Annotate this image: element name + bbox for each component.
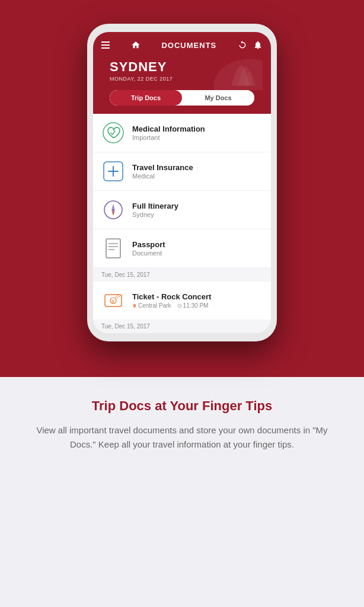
nav-bar: DOCUMENTS bbox=[101, 38, 263, 55]
marketing-section: Trip Docs at Your Finger Tips View all i… bbox=[0, 377, 364, 607]
menu-icon[interactable] bbox=[101, 41, 110, 49]
passport-icon-wrap bbox=[101, 237, 125, 260]
doc-subtitle-medical: Important bbox=[132, 134, 205, 141]
doc-title-insurance: Travel Insurance bbox=[132, 163, 193, 172]
page-title: DOCUMENTS bbox=[161, 41, 216, 50]
ticket-icon: $ bbox=[103, 290, 124, 311]
doc-subtitle-itinerary: Sydney bbox=[132, 211, 178, 218]
home-icon[interactable] bbox=[131, 40, 141, 50]
itinerary-icon-wrap bbox=[101, 198, 125, 222]
medkit-icon bbox=[103, 161, 124, 182]
svg-text:$: $ bbox=[111, 299, 114, 304]
marketing-title: Trip Docs at Your Finger Tips bbox=[24, 398, 340, 414]
tab-my-docs[interactable]: My Docs bbox=[182, 90, 254, 106]
medical-info-icon-wrap bbox=[101, 121, 125, 145]
doc-title-itinerary: Full Itinerary bbox=[132, 202, 178, 210]
ticket-title: Ticket - Rock Concert bbox=[132, 292, 211, 301]
hero-banner: SYDNEY MONDAY, 22 DEC 2017 bbox=[101, 55, 263, 90]
insurance-icon-wrap bbox=[101, 159, 125, 183]
nav-left-icons bbox=[131, 40, 141, 50]
doc-info-itinerary: Full Itinerary Sydney bbox=[132, 202, 178, 218]
ticket-location: Central Park bbox=[132, 302, 171, 309]
doc-info-medical: Medical Information Important bbox=[132, 124, 205, 141]
doc-title-medical: Medical Information bbox=[132, 124, 205, 133]
doc-item-passport[interactable]: Passport Document bbox=[93, 229, 271, 268]
city-name: SYDNEY bbox=[110, 59, 254, 75]
ticket-time: 11:30 PM bbox=[177, 302, 209, 309]
tab-trip-docs[interactable]: Trip Docs bbox=[110, 90, 182, 106]
ticket-info: Ticket - Rock Concert Central Park 11:30… bbox=[132, 292, 211, 309]
document-list: Medical Information Important Tra bbox=[93, 114, 271, 333]
doc-info-passport: Passport Document bbox=[132, 240, 165, 257]
svg-point-6 bbox=[112, 209, 114, 211]
section-date-1: Tue, Dec 15, 2017 bbox=[93, 268, 271, 282]
document-icon bbox=[103, 238, 124, 259]
doc-item-medical-info[interactable]: Medical Information Important bbox=[93, 114, 271, 152]
section-date-2: Tue, Dec 15, 2017 bbox=[93, 320, 271, 333]
doc-info-insurance: Travel Insurance Medical bbox=[132, 163, 193, 180]
marketing-description: View all important travel documents and … bbox=[24, 423, 340, 452]
tab-switcher: Trip Docs My Docs bbox=[101, 90, 263, 114]
doc-item-insurance[interactable]: Travel Insurance Medical bbox=[93, 152, 271, 191]
phone-shell: DOCUMENTS bbox=[87, 24, 277, 341]
phone-screen: DOCUMENTS bbox=[93, 32, 271, 333]
svg-rect-9 bbox=[106, 239, 120, 258]
app-header: DOCUMENTS bbox=[93, 32, 271, 114]
doc-item-ticket[interactable]: $ Ticket - Rock Concert Central Park bbox=[93, 282, 271, 320]
refresh-icon[interactable] bbox=[238, 40, 247, 50]
ticket-icon-wrap: $ bbox=[101, 289, 125, 312]
tab-row: Trip Docs My Docs bbox=[110, 90, 254, 106]
trip-date: MONDAY, 22 DEC 2017 bbox=[110, 76, 254, 82]
notification-icon[interactable] bbox=[253, 40, 263, 50]
heart-icon bbox=[103, 122, 124, 143]
top-background: DOCUMENTS bbox=[0, 0, 364, 377]
doc-subtitle-insurance: Medical bbox=[132, 172, 193, 180]
compass-icon bbox=[103, 199, 124, 221]
nav-right-icons bbox=[238, 40, 263, 50]
doc-title-passport: Passport bbox=[132, 240, 165, 249]
doc-subtitle-passport: Document bbox=[132, 250, 165, 257]
ticket-meta: Central Park 11:30 PM bbox=[132, 302, 211, 309]
doc-item-itinerary[interactable]: Full Itinerary Sydney bbox=[93, 191, 271, 229]
